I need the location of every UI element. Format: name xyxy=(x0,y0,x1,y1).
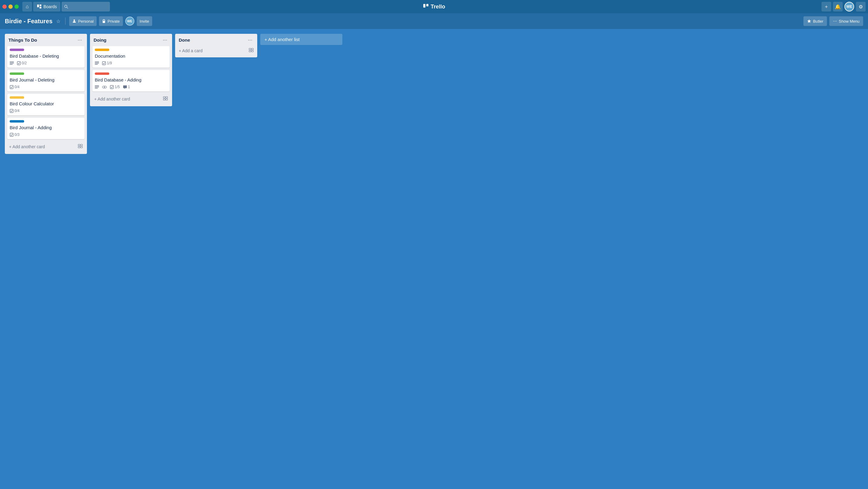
add-button[interactable]: ＋ xyxy=(822,2,831,11)
card-title-c1: Bird Database - Deleting xyxy=(10,53,82,59)
svg-rect-17 xyxy=(78,144,80,146)
svg-rect-32 xyxy=(166,97,167,98)
add-card-button-doing[interactable]: + Add another card xyxy=(92,94,170,104)
card-c3[interactable]: Bird Colour Calculator 0/4 xyxy=(7,94,85,115)
card-label-c2 xyxy=(10,72,24,75)
checklist-icon-c6: 1/5 xyxy=(110,85,120,89)
svg-rect-27 xyxy=(95,88,98,89)
card-c2[interactable]: Bird Journal - Deleting 0/4 xyxy=(7,70,85,92)
card-template-icon-todo xyxy=(78,144,83,149)
invite-button[interactable]: Invite xyxy=(137,16,152,26)
svg-rect-6 xyxy=(426,4,428,6)
list-menu-button-todo[interactable]: ··· xyxy=(76,36,83,44)
svg-point-3 xyxy=(65,5,67,7)
card-label-c1 xyxy=(10,48,24,51)
svg-rect-2 xyxy=(39,7,41,8)
notifications-button[interactable]: 🔔 xyxy=(833,2,843,11)
list-header-done: Done··· xyxy=(178,36,255,44)
home-button[interactable]: ⌂ xyxy=(22,2,32,11)
svg-rect-22 xyxy=(95,63,99,63)
card-title-c6: Bird Database - Adding xyxy=(95,77,167,83)
card-title-c2: Bird Journal - Deleting xyxy=(10,77,82,83)
svg-rect-31 xyxy=(163,97,165,98)
svg-rect-5 xyxy=(423,4,425,7)
card-c4[interactable]: Bird Journal - Adding 0/3 xyxy=(7,118,85,139)
svg-rect-0 xyxy=(37,4,39,7)
svg-rect-10 xyxy=(10,62,14,62)
user-avatar[interactable]: WE xyxy=(844,2,854,11)
checklist-icon-c4: 0/3 xyxy=(10,132,20,137)
card-template-icon-done xyxy=(249,48,254,53)
settings-button[interactable]: ⚙ xyxy=(856,2,866,11)
list-header-doing: Doing··· xyxy=(92,36,170,44)
card-c6[interactable]: Bird Database - Adding 1/5 1 xyxy=(92,70,170,92)
boards-button[interactable]: Boards xyxy=(33,2,60,11)
svg-rect-20 xyxy=(81,146,83,148)
member-avatar[interactable]: WE xyxy=(125,17,134,26)
trello-text: Trello xyxy=(431,4,445,10)
star-button[interactable]: ☆ xyxy=(55,17,62,25)
svg-rect-16 xyxy=(10,133,13,136)
private-label: Private xyxy=(107,19,120,24)
description-icon-c5 xyxy=(95,62,99,65)
svg-rect-23 xyxy=(95,64,98,65)
topbar: ⌂ Boards Trello ＋ 🔔 WE ⚙ xyxy=(0,0,868,13)
list-menu-button-doing[interactable]: ··· xyxy=(161,36,168,44)
search-icon xyxy=(64,4,68,9)
add-card-label-todo: + Add another card xyxy=(9,144,45,149)
card-c1[interactable]: Bird Database - Deleting 0/2 xyxy=(7,46,85,68)
list-title-doing: Doing xyxy=(94,37,106,42)
person-icon xyxy=(72,19,76,23)
card-meta-c5: 1/9 xyxy=(95,61,167,65)
add-card-inside-done[interactable]: + Add a card xyxy=(178,46,255,55)
svg-rect-21 xyxy=(95,62,99,62)
traffic-light-green xyxy=(14,4,19,9)
svg-rect-25 xyxy=(95,86,99,86)
card-template-icon-doing xyxy=(163,96,168,101)
card-meta-c1: 0/2 xyxy=(10,61,82,65)
card-label-c4 xyxy=(10,120,24,123)
private-button[interactable]: Private xyxy=(99,16,123,26)
search-bar[interactable] xyxy=(62,2,110,11)
board-content: Things To Do···Bird Database - Deleting … xyxy=(0,29,868,159)
personal-button[interactable]: Personal xyxy=(69,16,97,26)
checklist-icon-c1: 0/2 xyxy=(17,61,27,65)
svg-rect-15 xyxy=(10,109,13,112)
invite-label: Invite xyxy=(140,19,149,24)
card-meta-c2: 0/4 xyxy=(10,85,82,89)
svg-rect-30 xyxy=(110,86,114,89)
board-icon xyxy=(37,4,42,9)
svg-rect-34 xyxy=(166,99,167,100)
card-title-c4: Bird Journal - Adding xyxy=(10,124,82,131)
card-meta-c6: 1/5 1 xyxy=(95,85,167,89)
checklist-count: 1/5 xyxy=(115,85,120,89)
watch-icon-c6 xyxy=(102,86,107,89)
trello-icon xyxy=(423,4,429,10)
svg-rect-33 xyxy=(163,99,165,100)
svg-rect-1 xyxy=(39,4,41,6)
card-c5[interactable]: Documentation 1/9 xyxy=(92,46,170,68)
list-doing: Doing···Documentation 1/9Bird Database -… xyxy=(90,34,172,106)
checklist-count: 0/3 xyxy=(14,132,20,137)
card-meta-c3: 0/4 xyxy=(10,109,82,113)
board-header: Birdie - Features ☆ Personal Private WE … xyxy=(0,13,868,29)
butler-button[interactable]: Butler xyxy=(803,16,827,26)
show-menu-button[interactable]: ··· Show Menu xyxy=(829,16,863,26)
checklist-count: 0/2 xyxy=(22,61,27,65)
card-meta-c4: 0/3 xyxy=(10,132,82,137)
svg-rect-13 xyxy=(17,62,21,65)
add-card-button-todo[interactable]: + Add another card xyxy=(7,141,85,152)
svg-rect-12 xyxy=(10,64,13,65)
checklist-icon-c2: 0/4 xyxy=(10,85,20,89)
svg-rect-37 xyxy=(249,51,251,52)
svg-rect-8 xyxy=(103,21,105,23)
board-title: Birdie - Features xyxy=(5,18,53,25)
list-menu-button-done[interactable]: ··· xyxy=(247,36,254,44)
checklist-icon-c3: 0/4 xyxy=(10,109,20,113)
butler-icon xyxy=(807,19,811,23)
svg-point-29 xyxy=(104,86,105,88)
butler-label: Butler xyxy=(813,19,823,24)
card-label-c6 xyxy=(95,72,109,75)
list-title-todo: Things To Do xyxy=(8,37,37,42)
add-another-list-button[interactable]: + Add another list xyxy=(260,34,342,45)
